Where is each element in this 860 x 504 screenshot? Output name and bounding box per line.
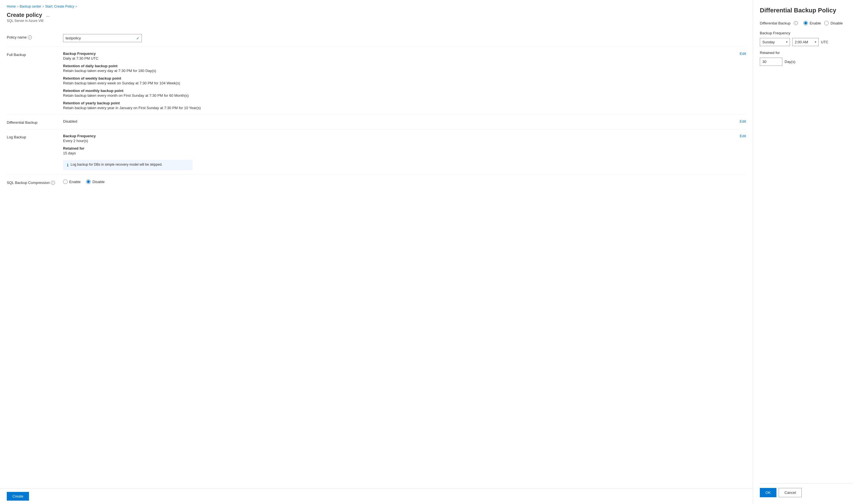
left-bottom-bar: Create <box>0 488 753 504</box>
right-panel-flex: Differential Backup Policy Differential … <box>760 7 853 497</box>
full-backup-details: Backup Frequency Daily at 7:30 PM UTC Re… <box>63 51 740 110</box>
full-backup-frequency-title: Backup Frequency <box>63 51 740 56</box>
right-differential-label: Differential Backup <box>760 21 790 25</box>
sql-compression-info-icon[interactable]: i <box>51 181 55 185</box>
breadcrumb-start-create[interactable]: Start: Create Policy <box>45 4 74 9</box>
breadcrumb-backup-center[interactable]: Backup center <box>20 4 41 9</box>
full-backup-frequency: Backup Frequency Daily at 7:30 PM UTC <box>63 51 740 60</box>
page-title: Create policy <box>7 12 42 18</box>
log-backup-info-text: Log backup for DBs in simple recovery mo… <box>71 163 162 166</box>
sql-compression-content: Enable Disable <box>63 179 746 184</box>
right-enable-radio[interactable] <box>803 21 808 25</box>
full-backup-row: Full Backup Backup Frequency Daily at 7:… <box>7 47 746 115</box>
page-subtitle: SQL Server in Azure VM <box>7 19 746 23</box>
utc-label: UTC <box>821 40 829 44</box>
right-disable-option[interactable]: Disable <box>824 21 843 25</box>
time-dropdown-wrapper[interactable]: 12:00 AM 1:00 AM 2:00 AM 3:00 AM 4:00 AM… <box>792 38 819 46</box>
log-backup-details: Backup Frequency Every 2 hour(s) Retaine… <box>63 134 740 170</box>
sql-compression-radio-group: Enable Disable <box>63 179 746 184</box>
right-differential-section: Differential Backup i Enable Disable Bac… <box>760 21 853 66</box>
daily-retention-title: Retention of daily backup point <box>63 64 740 68</box>
monthly-retention: Retention of monthly backup point Retain… <box>63 89 740 98</box>
differential-backup-row: Differential Backup Disabled Edit <box>7 115 746 129</box>
right-enable-option[interactable]: Enable <box>803 21 821 25</box>
policy-name-label: Policy name i <box>7 34 63 39</box>
sql-compression-enable-option[interactable]: Enable <box>63 179 81 184</box>
yearly-retention: Retention of yearly backup point Retain … <box>63 101 740 110</box>
log-backup-retained-value: 15 days <box>63 151 740 155</box>
right-panel: Differential Backup Policy Differential … <box>753 0 860 504</box>
policy-name-check-icon: ✓ <box>136 36 140 41</box>
retained-input[interactable] <box>760 58 782 66</box>
cancel-button[interactable]: Cancel <box>779 488 802 497</box>
differential-backup-status: Disabled <box>63 119 77 123</box>
time-dropdown[interactable]: 12:00 AM 1:00 AM 2:00 AM 3:00 AM 4:00 AM… <box>792 38 819 46</box>
monthly-retention-title: Retention of monthly backup point <box>63 89 740 93</box>
log-backup-frequency: Backup Frequency Every 2 hour(s) <box>63 134 740 143</box>
more-options-button[interactable]: ... <box>44 12 52 18</box>
log-backup-info-box: ℹ Log backup for DBs in simple recovery … <box>63 160 192 170</box>
differential-backup-label: Differential Backup <box>7 119 63 124</box>
right-enable-label: Enable <box>809 21 821 25</box>
weekly-retention-value: Retain backup taken every week on Sunday… <box>63 81 740 85</box>
log-backup-label: Log Backup <box>7 134 63 139</box>
log-backup-retained-title: Retained for <box>63 146 740 150</box>
log-backup-edit-link[interactable]: Edit <box>740 134 746 138</box>
sql-compression-enable-radio[interactable] <box>63 179 68 184</box>
day-label: Day(s) <box>785 60 795 64</box>
yearly-retention-title: Retention of yearly backup point <box>63 101 740 105</box>
full-backup-header: Backup Frequency Daily at 7:30 PM UTC Re… <box>63 51 746 110</box>
policy-name-input[interactable] <box>63 34 142 42</box>
right-panel-title: Differential Backup Policy <box>760 7 853 14</box>
policy-name-content: ✓ <box>63 34 746 42</box>
full-backup-label: Full Backup <box>7 51 63 57</box>
sql-compression-disable-radio[interactable] <box>86 179 91 184</box>
yearly-retention-value: Retain backup taken every year in Januar… <box>63 106 740 110</box>
page-header: Create policy ... <box>7 12 746 18</box>
breadcrumb-home[interactable]: Home <box>7 4 16 9</box>
breadcrumb-sep-2: > <box>43 5 44 8</box>
log-backup-header: Backup Frequency Every 2 hour(s) Retaine… <box>63 134 746 170</box>
sql-compression-disable-option[interactable]: Disable <box>86 179 104 184</box>
log-backup-retained: Retained for 15 days <box>63 146 740 155</box>
breadcrumb: Home > Backup center > Start: Create Pol… <box>7 4 746 9</box>
breadcrumb-sep-1: > <box>17 5 18 8</box>
log-backup-row: Log Backup Backup Frequency Every 2 hour… <box>7 129 746 175</box>
differential-backup-content: Disabled Edit <box>63 119 746 123</box>
right-bottom-bar: OK Cancel <box>760 483 853 497</box>
policy-name-info-icon[interactable]: i <box>28 35 32 39</box>
full-backup-frequency-value: Daily at 7:30 PM UTC <box>63 56 740 60</box>
full-backup-content: Backup Frequency Daily at 7:30 PM UTC Re… <box>63 51 746 110</box>
daily-retention-value: Retain backup taken every day at 7:30 PM… <box>63 69 740 73</box>
differential-backup-edit-link[interactable]: Edit <box>740 119 746 123</box>
full-backup-edit-link[interactable]: Edit <box>740 51 746 56</box>
monthly-retention-value: Retain backup taken every month on First… <box>63 93 740 98</box>
log-backup-frequency-value: Every 2 hour(s) <box>63 139 740 143</box>
sql-compression-row: SQL Backup Compression i Enable Disable <box>7 175 746 189</box>
right-disable-radio[interactable] <box>824 21 829 25</box>
policy-name-row: Policy name i ✓ <box>7 30 746 47</box>
create-button[interactable]: Create <box>7 492 29 501</box>
weekly-retention: Retention of weekly backup point Retain … <box>63 76 740 85</box>
right-differential-info-icon[interactable]: i <box>794 21 798 25</box>
right-retained-label: Retained for <box>760 50 853 55</box>
day-dropdown-wrapper[interactable]: Sunday Monday Tuesday Wednesday Thursday… <box>760 38 790 46</box>
breadcrumb-sep-3: > <box>75 5 77 8</box>
differential-backup-header: Disabled Edit <box>63 119 746 123</box>
right-disable-label: Disable <box>830 21 843 25</box>
log-backup-frequency-title: Backup Frequency <box>63 134 740 138</box>
weekly-retention-title: Retention of weekly backup point <box>63 76 740 80</box>
daily-retention: Retention of daily backup point Retain b… <box>63 64 740 73</box>
sql-compression-disable-label: Disable <box>92 180 104 184</box>
log-backup-info-icon: ℹ <box>67 163 68 167</box>
ok-button[interactable]: OK <box>760 488 776 497</box>
right-dropdown-row: Sunday Monday Tuesday Wednesday Thursday… <box>760 38 853 46</box>
sql-compression-enable-label: Enable <box>69 180 81 184</box>
policy-name-input-wrap: ✓ <box>63 34 142 42</box>
day-dropdown[interactable]: Sunday Monday Tuesday Wednesday Thursday… <box>760 38 790 46</box>
log-backup-content: Backup Frequency Every 2 hour(s) Retaine… <box>63 134 746 170</box>
sql-compression-label: SQL Backup Compression i <box>7 179 63 185</box>
right-backup-frequency-label: Backup Frequency <box>760 31 853 35</box>
retained-row: Day(s) <box>760 58 853 66</box>
